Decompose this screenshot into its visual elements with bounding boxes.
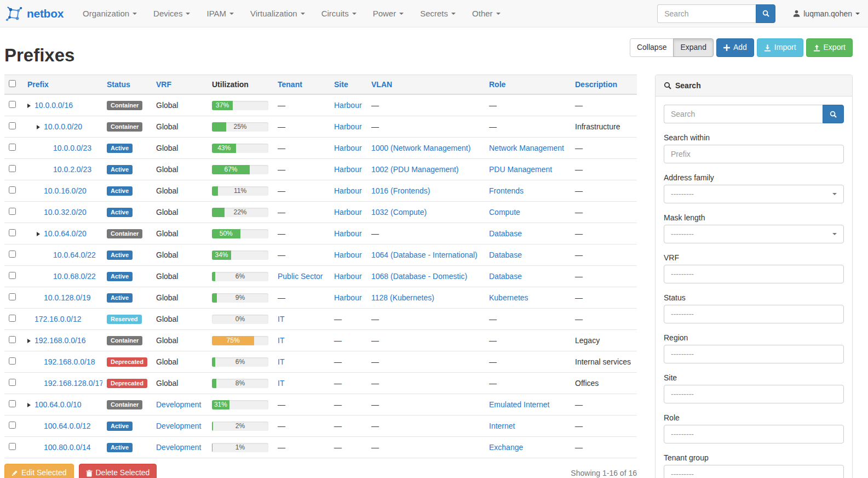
tenant-link[interactable]: IT xyxy=(278,357,284,366)
column-header-link-site[interactable]: Site xyxy=(334,80,348,89)
column-header-link-prefix[interactable]: Prefix xyxy=(27,80,49,89)
row-select-checkbox[interactable] xyxy=(9,379,16,386)
row-select-checkbox[interactable] xyxy=(9,229,16,236)
prefix-link[interactable]: 192.168.0.0/16 xyxy=(35,336,85,345)
site-link[interactable]: Harbour xyxy=(334,144,362,152)
prefix-link[interactable]: 172.16.0.0/12 xyxy=(35,315,82,323)
role-link[interactable]: Frontends xyxy=(489,186,524,195)
prefix-link[interactable]: 10.0.32.0/20 xyxy=(44,208,87,217)
filter-search-button[interactable] xyxy=(823,105,844,123)
role-link[interactable]: Database xyxy=(489,229,522,238)
prefix-link[interactable]: 10.0.128.0/19 xyxy=(44,293,91,302)
prefix-link[interactable]: 10.0.0.0/23 xyxy=(53,144,91,152)
row-select-checkbox[interactable] xyxy=(9,122,16,129)
row-select-checkbox[interactable] xyxy=(9,357,16,365)
column-header-link-vlan[interactable]: VLAN xyxy=(371,80,392,89)
role-link[interactable]: PDU Management xyxy=(489,165,552,174)
site-link[interactable]: Harbour xyxy=(334,229,362,238)
role-link[interactable]: Network Management xyxy=(489,144,564,152)
row-select-checkbox[interactable] xyxy=(9,186,16,194)
row-select-checkbox[interactable] xyxy=(9,101,16,108)
nav-menu-ipam[interactable]: IPAM xyxy=(198,0,242,27)
vlan-link[interactable]: 1016 (Frontends) xyxy=(371,186,430,195)
prefix-link[interactable]: 192.168.0.0/18 xyxy=(44,357,95,366)
site-link[interactable]: Harbour xyxy=(334,272,362,281)
row-select-checkbox[interactable] xyxy=(9,144,16,151)
navbar-search-input[interactable] xyxy=(657,4,756,23)
filter-select-status[interactable]: --------- xyxy=(664,305,844,323)
tenant-link[interactable]: IT xyxy=(278,379,284,388)
vlan-link[interactable]: 1068 (Database - Domestic) xyxy=(371,272,467,281)
collapse-button[interactable]: Collapse xyxy=(630,38,674,57)
filter-select-tenant-group[interactable]: --------- xyxy=(664,465,844,478)
row-select-checkbox[interactable] xyxy=(9,208,16,215)
site-link[interactable]: Harbour xyxy=(334,165,362,174)
prefix-link[interactable]: 10.0.64.0/22 xyxy=(53,251,96,259)
filter-select-vrf[interactable]: --------- xyxy=(664,265,844,283)
row-select-checkbox[interactable] xyxy=(9,272,16,279)
row-select-checkbox[interactable] xyxy=(9,315,16,322)
netbox-logo[interactable]: netbox xyxy=(5,5,64,22)
column-header-link-tenant[interactable]: Tenant xyxy=(278,80,302,89)
vlan-link[interactable]: 1032 (Compute) xyxy=(371,208,427,217)
prefix-link[interactable]: 10.0.0.0/16 xyxy=(35,101,73,110)
prefix-link[interactable]: 100.80.0.0/14 xyxy=(44,443,91,452)
filter-select-site[interactable]: --------- xyxy=(664,385,844,403)
nav-menu-secrets[interactable]: Secrets xyxy=(412,0,464,27)
edit-selected-button[interactable]: Edit Selected xyxy=(4,464,74,478)
prefix-link[interactable]: 192.168.128.0/17 xyxy=(44,379,102,388)
user-menu[interactable]: luqman.qohen xyxy=(793,9,860,18)
filter-select-role[interactable]: --------- xyxy=(664,425,844,443)
role-link[interactable]: Database xyxy=(489,272,522,281)
tenant-link[interactable]: Public Sector xyxy=(278,272,323,281)
vrf-link[interactable]: Development xyxy=(156,422,202,430)
filter-search-input[interactable] xyxy=(664,105,823,123)
filter-select-mask-length[interactable]: --------- xyxy=(664,225,844,243)
role-link[interactable]: Emulated Internet xyxy=(489,400,550,409)
prefix-link[interactable]: 10.0.68.0/22 xyxy=(53,272,96,281)
column-header-link-role[interactable]: Role xyxy=(489,80,505,89)
vrf-link[interactable]: Development xyxy=(156,443,202,452)
prefix-link[interactable]: 10.0.2.0/23 xyxy=(53,165,91,174)
import-button[interactable]: Import xyxy=(757,38,803,57)
site-link[interactable]: Harbour xyxy=(334,186,362,195)
vlan-link[interactable]: 1064 (Database - International) xyxy=(371,251,478,259)
select-all-checkbox[interactable] xyxy=(9,80,16,87)
tenant-link[interactable]: IT xyxy=(278,336,284,345)
prefix-link[interactable]: 10.0.16.0/20 xyxy=(44,186,87,195)
filter-select-address-family[interactable]: --------- xyxy=(664,185,844,203)
row-select-checkbox[interactable] xyxy=(9,422,16,429)
role-link[interactable]: Database xyxy=(489,251,522,259)
column-header-link-vrf[interactable]: VRF xyxy=(156,80,171,89)
vlan-link[interactable]: 1002 (PDU Management) xyxy=(371,165,459,174)
export-button[interactable]: Export xyxy=(806,38,853,57)
role-link[interactable]: Internet xyxy=(489,422,515,430)
prefix-link[interactable]: 100.64.0.0/12 xyxy=(44,422,91,430)
tenant-link[interactable]: IT xyxy=(278,315,284,323)
nav-menu-organization[interactable]: Organization xyxy=(74,0,145,27)
nav-menu-circuits[interactable]: Circuits xyxy=(313,0,365,27)
role-link[interactable]: Kubernetes xyxy=(489,293,528,302)
site-link[interactable]: Harbour xyxy=(334,251,362,259)
site-link[interactable]: Harbour xyxy=(334,122,362,131)
row-select-checkbox[interactable] xyxy=(9,336,16,343)
delete-selected-button[interactable]: Delete Selected xyxy=(79,464,157,478)
row-select-checkbox[interactable] xyxy=(9,293,16,300)
row-select-checkbox[interactable] xyxy=(9,165,16,172)
row-select-checkbox[interactable] xyxy=(9,400,16,407)
vlan-link[interactable]: 1000 (Network Management) xyxy=(371,144,470,152)
nav-menu-other[interactable]: Other xyxy=(464,0,509,27)
prefix-link[interactable]: 10.0.0.0/20 xyxy=(44,122,82,131)
site-link[interactable]: Harbour xyxy=(334,101,362,110)
nav-menu-power[interactable]: Power xyxy=(365,0,412,27)
navbar-search-button[interactable] xyxy=(756,4,775,23)
vlan-link[interactable]: 1128 (Kubernetes) xyxy=(371,293,434,302)
role-link[interactable]: Compute xyxy=(489,208,520,217)
expand-button[interactable]: Expand xyxy=(673,38,713,57)
row-select-checkbox[interactable] xyxy=(9,443,16,450)
row-select-checkbox[interactable] xyxy=(9,251,16,258)
prefix-link[interactable]: 100.64.0.0/10 xyxy=(35,400,82,409)
nav-menu-devices[interactable]: Devices xyxy=(145,0,198,27)
role-link[interactable]: Exchange xyxy=(489,443,523,452)
vrf-link[interactable]: Development xyxy=(156,400,202,409)
